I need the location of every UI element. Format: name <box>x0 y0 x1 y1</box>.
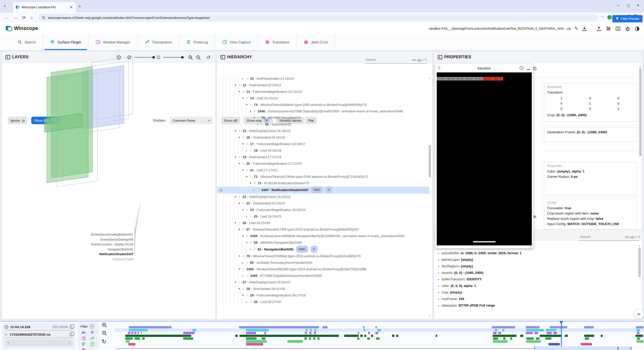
new-tab-button[interactable]: + <box>78 4 81 9</box>
transactions-trace-segment[interactable] <box>493 335 516 337</box>
tab-close-icon[interactable]: ✕ <box>69 5 73 9</box>
transactions-trace-segment[interactable] <box>584 335 594 337</box>
screen-recording-trace-segment[interactable] <box>492 326 515 328</box>
url-bar[interactable]: winscope.teams.x20web.corp.google.com/pr… <box>38 14 599 21</box>
transitions-trace-segment[interactable] <box>548 343 560 345</box>
surface-flinger-trace-segment[interactable] <box>310 329 312 331</box>
protolog-trace-segment[interactable] <box>536 337 540 340</box>
curr-property-dataspace[interactable]: ●dataspace: BT709 sRGB Full range <box>434 302 635 309</box>
tree-node-81[interactable]: ●⚐81 - NavigationBar0#81HWCV <box>217 246 429 253</box>
transitions-trace-segment[interactable] <box>246 343 263 345</box>
window-manager-trace-segment[interactable] <box>493 332 497 334</box>
tree-node-75[interactable]: ▼⚐75 - ed70f88 StatusBar#75 <box>217 115 429 121</box>
protolog-trace-segment[interactable] <box>183 337 193 340</box>
tree-node-3448[interactable]: ▼⚐3448 - Surface(name=ed70f88 StatusBar)… <box>217 108 429 115</box>
trace-tab-search[interactable]: Search <box>10 34 43 50</box>
window-manager-trace-segment[interactable] <box>131 332 133 334</box>
tree-node-73[interactable]: ▼⚐73 - 8736138 NotificationShade#73 <box>217 180 429 187</box>
window-manager-trace-segment[interactable] <box>526 332 533 334</box>
protolog-trace-segment[interactable] <box>526 337 534 340</box>
transitions-trace-segment[interactable] <box>581 343 592 345</box>
window-manager-trace-segment[interactable] <box>305 332 307 334</box>
tree-node-19[interactable]: ▼⚐19 - OneHanded:17:17#19 <box>217 154 429 160</box>
expand-arrow-icon[interactable]: ▼ <box>242 233 246 239</box>
curr-property-blurRegions[interactable]: ●blurRegions: [empty] <box>434 263 635 270</box>
curr-scrollbar[interactable] <box>638 247 641 277</box>
bookmark-star-icon[interactable]: ☆ <box>601 14 604 19</box>
window-maximize-icon[interactable]: ▢ <box>627 4 630 7</box>
view-capture-trace-segment[interactable] <box>493 340 508 343</box>
protolog-trace-segment[interactable] <box>503 337 506 340</box>
expand-arrow-icon[interactable]: ▼ <box>234 82 238 89</box>
surface-flinger-trace-segment[interactable] <box>502 329 504 331</box>
expand-arrow-icon[interactable]: ▼ <box>242 167 246 173</box>
tree-node-3447[interactable]: ◎●⚐3447 - NotificationShade#3447HWCV <box>217 187 429 194</box>
curr-property-currFrame[interactable]: ●currFrame: 155 <box>434 296 635 302</box>
expand-arrow-icon[interactable]: ▼ <box>234 279 238 286</box>
collapse-panel-icon[interactable] <box>6 55 10 59</box>
search-options-icons[interactable]: Aa ab (.*) <box>625 235 640 238</box>
transactions-trace-segment[interactable] <box>601 335 603 337</box>
site-settings-icon[interactable] <box>42 16 45 19</box>
transition-window-titlebar[interactable]: ⠿ transition <box>435 64 533 72</box>
copy-icon[interactable] <box>70 325 73 329</box>
surface-flinger-trace-segment[interactable] <box>306 329 308 331</box>
tree-node-74[interactable]: ▼⚐74 - WindowToken{fdddbe6 type=2000 and… <box>217 102 429 108</box>
zoom-in-icon[interactable] <box>188 55 193 60</box>
screen-recording-trace-segment[interactable] <box>323 326 328 328</box>
protolog-trace-segment[interactable] <box>317 337 319 340</box>
protolog-trace-segment[interactable] <box>545 337 551 340</box>
prev-frame-icon[interactable]: ‹ <box>8 340 9 344</box>
screen-recording-trace-segment[interactable] <box>129 326 172 328</box>
surface-flinger-trace-segment[interactable] <box>314 329 316 331</box>
browser-tab[interactable]: Winscope | sandbox-FAI ✕ <box>13 2 76 13</box>
protolog-trace-segment[interactable] <box>367 337 370 340</box>
tree-node-3449[interactable]: ▼⚐3449 - Surface(name=885b63e Navigation… <box>217 233 429 239</box>
timeline-canvas[interactable] <box>114 323 644 349</box>
protolog-trace-segment[interactable] <box>585 337 589 340</box>
dark-mode-icon[interactable] <box>635 26 639 31</box>
surface-flinger-trace-segment[interactable] <box>129 329 148 331</box>
protolog-trace-segment[interactable] <box>304 337 307 340</box>
layer-label[interactable]: ScreenDecorOverlay#60 <box>35 238 133 241</box>
tree-node-68[interactable]: ▼⚐68 - 885b63e NavigationBar0#68 <box>217 239 429 246</box>
surface-flinger-trace-segment[interactable] <box>192 329 196 331</box>
hierarchy-scrollbar[interactable] <box>429 145 431 178</box>
report-bug-icon[interactable] <box>625 26 630 31</box>
transactions-trace-segment[interactable] <box>125 335 191 337</box>
screen-recording-trace-segment[interactable] <box>526 326 540 328</box>
tree-node-21[interactable]: ▼⚐21 - Leaf:17:17#21 <box>217 167 429 173</box>
expand-arrow-icon[interactable]: ▼ <box>242 292 246 299</box>
expand-timeline-button[interactable] <box>634 309 643 319</box>
window-manager-trace-segment[interactable] <box>368 332 370 334</box>
view-capture-trace-segment[interactable] <box>126 340 130 343</box>
transition-preview-window[interactable]: ⠿ transition P: 0 / 1dX: 0.0dY: 0.0Xv: 0… <box>435 64 533 248</box>
expand-arrow-icon[interactable]: ▼ <box>246 173 250 180</box>
window-manager-trace-segment[interactable] <box>553 332 557 334</box>
expand-arrow-icon[interactable]: ▼ <box>238 89 242 95</box>
range-handle-right[interactable] <box>630 347 632 350</box>
tree-node-25[interactable]: ●⚐25 - Leaf:18:23#25 <box>217 213 429 220</box>
ns-time-row[interactable]: ⚐ 1715339054227572545 ns <box>5 331 73 338</box>
tree-node-67[interactable]: ▼⚐67 - WindowToken{e5176f9 type=2019 and… <box>217 226 429 233</box>
transactions-trace-segment[interactable] <box>239 335 339 337</box>
window-manager-trace-segment[interactable] <box>246 332 256 334</box>
view-capture-filter-icon[interactable] <box>90 342 94 346</box>
collapse-panel-icon[interactable] <box>221 55 225 59</box>
reload-icon[interactable]: ⟳ <box>22 15 26 20</box>
tree-node-12[interactable]: ▼⚐12 - OneHanded:15:15#12 <box>217 82 429 89</box>
window-close-icon[interactable]: ✕ <box>637 4 639 7</box>
transactions-trace-segment[interactable] <box>371 335 373 337</box>
surface-flinger-trace-segment[interactable] <box>364 329 366 331</box>
transactions-filter-icon[interactable] <box>90 336 94 340</box>
trace-tab-view-capture[interactable]: View Capture <box>215 34 258 50</box>
transactions-trace-segment[interactable] <box>540 335 561 337</box>
curr-property-bounds[interactable]: ●bounds: (0, 0) - (1080, 2400) <box>434 270 635 276</box>
transactions-trace-segment[interactable] <box>436 335 437 337</box>
surface-flinger-trace-segment[interactable] <box>246 329 269 331</box>
curr-property-color[interactable]: ●color: (0, 0, 0), alpha: 1 <box>434 283 635 289</box>
scroll-up-icon[interactable]: ▲ <box>638 244 640 247</box>
protolog-trace-segment[interactable] <box>493 337 498 340</box>
window-manager-trace-segment[interactable] <box>637 332 639 334</box>
screen-recording-trace-segment[interactable] <box>636 326 643 328</box>
